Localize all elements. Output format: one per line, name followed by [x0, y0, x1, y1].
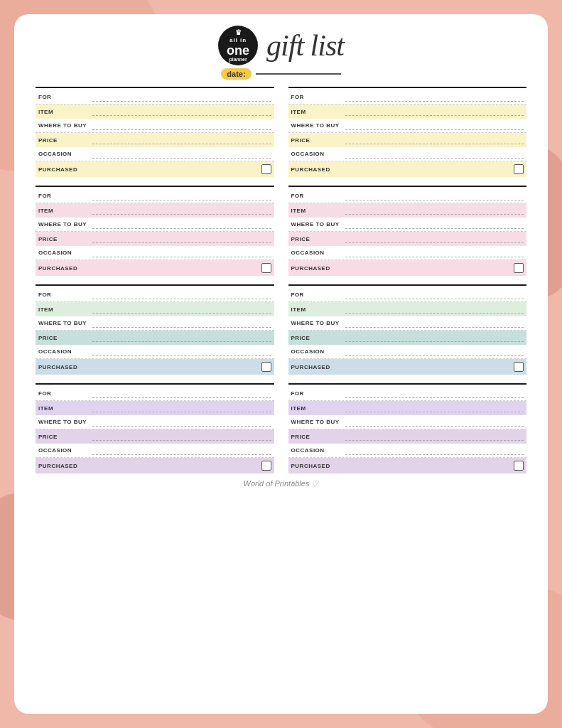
occasion-label: OCCASION	[291, 151, 342, 157]
occasion-label: OCCASION	[38, 151, 90, 157]
card-divider	[36, 186, 274, 187]
where-line	[92, 418, 271, 427]
price-label: PRICE	[38, 434, 90, 440]
card-divider	[288, 383, 527, 385]
item-line	[345, 305, 524, 314]
item-line	[92, 305, 271, 314]
where-line	[92, 220, 271, 229]
occasion-line	[345, 446, 524, 455]
purchased-checkbox[interactable]	[514, 362, 524, 372]
page-container: ♛ all in one planner gift list date: FOR…	[14, 14, 548, 714]
purchased-checkbox[interactable]	[514, 461, 524, 471]
page-title: gift list	[266, 28, 344, 63]
where-line	[345, 220, 524, 229]
gift-card-6: FOR ITEM WHERE TO BUY PRICE OCCASION PUR…	[288, 284, 527, 375]
gift-card-2: FOR ITEM WHERE TO BUY PRICE OCCASION PUR…	[288, 87, 527, 177]
purchased-row: PURCHASED	[36, 458, 274, 473]
where-label: WHERE TO BUY	[38, 221, 90, 228]
price-label: PRICE	[38, 137, 90, 144]
purchased-checkbox[interactable]	[514, 164, 524, 174]
price-line	[345, 333, 524, 342]
for-label: FOR	[38, 390, 90, 397]
for-label: FOR	[38, 291, 90, 298]
item-line	[92, 107, 271, 116]
where-row: WHERE TO BUY	[36, 119, 274, 133]
where-label: WHERE TO BUY	[38, 122, 90, 129]
occasion-line	[92, 150, 271, 159]
where-row: WHERE TO BUY	[36, 218, 274, 232]
item-label: ITEM	[38, 208, 90, 214]
for-line	[345, 93, 524, 102]
gift-card-4: FOR ITEM WHERE TO BUY PRICE OCCASION PUR…	[288, 186, 527, 276]
item-label: ITEM	[291, 109, 342, 115]
purchased-checkbox[interactable]	[261, 263, 271, 273]
card-divider	[36, 284, 274, 286]
item-line	[345, 404, 524, 412]
for-line	[345, 390, 524, 398]
for-row: FOR	[36, 189, 274, 203]
where-row: WHERE TO BUY	[288, 316, 527, 331]
price-row: PRICE	[288, 232, 527, 246]
where-line	[345, 122, 524, 130]
where-row: WHERE TO BUY	[288, 119, 527, 133]
price-label: PRICE	[291, 236, 342, 242]
where-line	[345, 319, 524, 328]
for-row: FOR	[288, 189, 527, 203]
item-line	[345, 107, 524, 116]
for-row: FOR	[36, 288, 274, 302]
header: ♛ all in one planner gift list	[36, 26, 526, 65]
where-row: WHERE TO BUY	[288, 415, 527, 429]
occasion-row: OCCASION	[36, 444, 274, 458]
occasion-row: OCCASION	[36, 345, 274, 359]
for-row: FOR	[36, 90, 274, 105]
purchased-checkbox[interactable]	[261, 461, 271, 471]
card-divider	[36, 383, 274, 385]
occasion-row: OCCASION	[36, 147, 274, 161]
purchased-checkbox[interactable]	[514, 263, 524, 273]
logo-text-one: one	[227, 44, 249, 57]
price-row: PRICE	[36, 429, 274, 444]
where-row: WHERE TO BUY	[36, 316, 274, 331]
for-label: FOR	[291, 193, 342, 199]
occasion-row: OCCASION	[288, 444, 527, 458]
card-divider	[288, 284, 527, 286]
date-row: date:	[36, 68, 526, 80]
purchased-label: PURCHASED	[291, 265, 342, 272]
where-label: WHERE TO BUY	[38, 419, 90, 425]
occasion-label: OCCASION	[38, 447, 90, 454]
where-label: WHERE TO BUY	[38, 320, 90, 326]
for-row: FOR	[288, 288, 527, 302]
occasion-label: OCCASION	[38, 348, 90, 355]
price-label: PRICE	[291, 137, 342, 144]
for-line	[92, 390, 271, 398]
occasion-label: OCCASION	[38, 250, 90, 256]
cards-grid: FOR ITEM WHERE TO BUY PRICE OCCASION PUR…	[36, 87, 526, 473]
item-row: ITEM	[36, 401, 274, 415]
item-label: ITEM	[291, 306, 342, 313]
price-line	[92, 432, 271, 441]
for-line	[92, 192, 271, 200]
for-line	[92, 291, 271, 299]
where-label: WHERE TO BUY	[291, 221, 342, 228]
item-row: ITEM	[288, 302, 527, 316]
purchased-label: PURCHASED	[291, 364, 342, 370]
item-label: ITEM	[38, 306, 90, 313]
item-row: ITEM	[288, 105, 527, 119]
gift-card-1: FOR ITEM WHERE TO BUY PRICE OCCASION PUR…	[36, 87, 274, 177]
item-label: ITEM	[38, 109, 90, 115]
price-row: PRICE	[36, 133, 274, 147]
price-row: PRICE	[288, 331, 527, 345]
where-row: WHERE TO BUY	[36, 415, 274, 429]
card-divider	[288, 87, 527, 88]
logo-text-bottom: planner	[229, 57, 247, 63]
purchased-checkbox[interactable]	[261, 362, 271, 372]
occasion-row: OCCASION	[36, 246, 274, 260]
gift-card-8: FOR ITEM WHERE TO BUY PRICE OCCASION PUR…	[288, 383, 527, 473]
item-label: ITEM	[291, 208, 342, 214]
purchased-row: PURCHASED	[36, 260, 274, 276]
price-label: PRICE	[291, 434, 342, 440]
price-line	[92, 136, 271, 144]
price-label: PRICE	[291, 335, 342, 341]
purchased-checkbox[interactable]	[261, 164, 271, 174]
occasion-line	[345, 249, 524, 257]
